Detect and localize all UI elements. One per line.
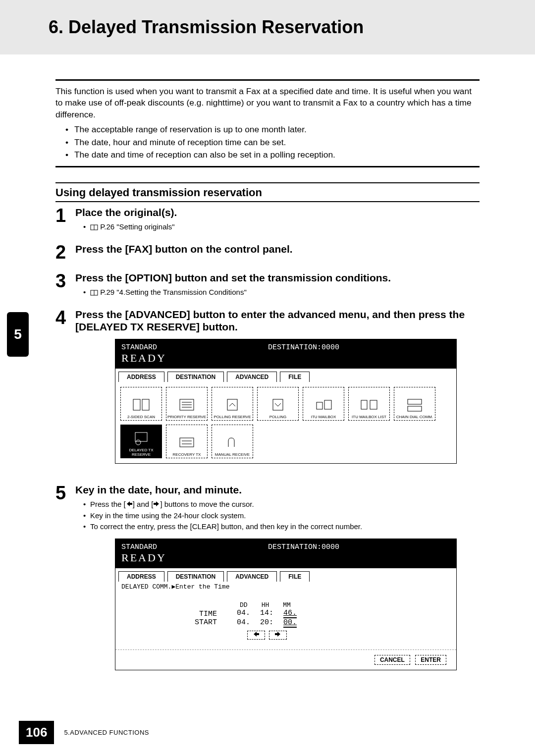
tab-destination[interactable]: DESTINATION [167, 372, 224, 382]
tab-file[interactable]: FILE [280, 372, 310, 382]
svg-rect-5 [142, 399, 149, 410]
opt-label: MANUAL RECEIVE [215, 452, 250, 457]
scr-destination: DESTINATION:0000 [268, 343, 339, 352]
opt-manual-receive[interactable]: MANUAL RECEIVE [212, 425, 253, 458]
step-4: 4 Press the [ADVANCED] button to enter t… [55, 308, 480, 474]
ref-text: P.26 "Setting originals" [100, 222, 174, 231]
note-text: ] buttons to move the cursor. [160, 500, 254, 508]
opt-2sided-scan[interactable]: 2-SIDED SCAN [120, 387, 162, 421]
step-ref: P.26 "Setting originals" [83, 221, 480, 233]
step-title: Press the [ADVANCED] button to enter the… [75, 308, 480, 333]
chain-dial-icon [403, 395, 427, 415]
tab-advanced[interactable]: ADVANCED [227, 571, 277, 582]
step-ref: P.29 "4.Setting the Transmission Conditi… [83, 287, 480, 298]
svg-rect-12 [317, 402, 322, 409]
step-title: Press the [OPTION] button and set the tr… [75, 271, 480, 284]
cancel-button[interactable]: CANCEL [374, 655, 410, 665]
enter-button[interactable]: ENTER [415, 655, 446, 665]
svg-rect-13 [324, 400, 331, 409]
book-icon [90, 287, 98, 298]
tab-file[interactable]: FILE [280, 571, 310, 582]
intro-bullet: The date, hour and minute of reception t… [65, 136, 480, 149]
intro-bullet: The acceptable range of reservation is u… [65, 123, 480, 136]
fax-screen-advanced: STANDARD DESTINATION:0000 READY ADDRESS … [115, 339, 457, 464]
step-number: 4 [55, 308, 75, 474]
time-hh: 14: [260, 609, 273, 618]
intro-text: This function is used when you want to t… [55, 86, 480, 120]
col-hh: HH [262, 601, 269, 609]
mailbox-list-icon [357, 395, 381, 415]
step-number: 1 [55, 206, 75, 233]
arrow-left-icon [126, 499, 133, 505]
start-mm: 00. [283, 618, 297, 628]
intro-block: This function is used when you want to t… [55, 79, 480, 167]
step-note: To correct the entry, press the [CLEAR] … [83, 521, 480, 533]
scr-prompt: DELAYED COMM.▶Enter the Time [115, 582, 456, 592]
start-row-label: START [195, 618, 217, 627]
step-note: Press the [] and [] buttons to move the … [83, 499, 480, 510]
opt-label: RECOVERY TX [173, 452, 201, 457]
opt-itu-mailbox[interactable]: ITU MAILBOX [303, 387, 344, 421]
section-title: Using delayed transmission reservation [55, 182, 480, 202]
step-2: 2 Press the [FAX] button on the control … [55, 243, 480, 262]
scr-ready: READY [121, 352, 450, 365]
opt-recovery-tx[interactable]: RECOVERY TX [166, 425, 208, 458]
svg-marker-26 [275, 632, 280, 637]
opt-delayed-tx-reserve[interactable]: DELAYED TX RESERVE [120, 425, 162, 458]
opt-label: POLLING RESERVE [214, 415, 251, 419]
intro-bullet: The date and time of reception can also … [65, 149, 480, 161]
opt-polling-reserve[interactable]: POLLING RESERVE [212, 387, 253, 421]
svg-marker-25 [254, 632, 259, 637]
step-number: 2 [55, 243, 75, 262]
tab-address[interactable]: ADDRESS [118, 571, 164, 582]
opt-label: 2-SIDED SCAN [127, 415, 155, 419]
opt-chain-dial[interactable]: CHAIN DIAL COMM. [394, 387, 435, 421]
time-row-label: TIME [195, 610, 217, 618]
recovery-icon [175, 432, 199, 452]
scr-tabs: ADDRESS DESTINATION ADVANCED FILE [115, 568, 456, 582]
page-title: 6. Delayed Transmission Reservation [49, 17, 535, 38]
start-hh: 20: [260, 618, 273, 628]
step-number: 5 [55, 484, 75, 680]
svg-marker-24 [154, 501, 159, 506]
svg-rect-16 [408, 399, 422, 404]
cursor-left-button[interactable] [247, 631, 265, 640]
delayed-tx-icon [129, 428, 153, 448]
tab-address[interactable]: ADDRESS [118, 372, 164, 382]
cursor-right-button[interactable] [269, 631, 287, 640]
opt-label: ITU MAILBOX LIST [352, 415, 386, 419]
time-dd: 04. [237, 609, 250, 618]
tab-advanced[interactable]: ADVANCED [227, 372, 277, 382]
book-icon [90, 221, 98, 233]
step-number: 3 [55, 271, 75, 298]
tab-destination[interactable]: DESTINATION [167, 571, 224, 582]
svg-rect-17 [408, 406, 422, 411]
header-band: 6. Delayed Transmission Reservation [0, 0, 535, 54]
svg-rect-20 [180, 438, 194, 447]
mailbox-icon [312, 395, 335, 415]
note-text: ] and [ [133, 500, 154, 508]
scr-ready: READY [121, 551, 450, 564]
svg-point-19 [136, 440, 141, 445]
opt-itu-mailbox-list[interactable]: ITU MAILBOX LIST [348, 387, 390, 421]
page-number: 106 [19, 721, 54, 744]
opt-label: CHAIN DIAL COMM. [396, 415, 433, 419]
ref-text: P.29 "4.Setting the Transmission Conditi… [100, 288, 247, 296]
step-note: Key in the time using the 24-hour clock … [83, 510, 480, 522]
col-dd: DD [240, 601, 248, 609]
scr-standard: STANDARD [121, 343, 157, 352]
manual-receive-icon [220, 432, 244, 452]
svg-rect-4 [133, 399, 140, 410]
opt-polling[interactable]: POLLING [257, 387, 299, 421]
step-title: Place the original(s). [75, 206, 480, 218]
step-3: 3 Press the [OPTION] button and set the … [55, 271, 480, 298]
chapter-side-tab: 5 [7, 312, 29, 357]
opt-priority-reserve[interactable]: PRIORITY RESERVE [166, 387, 208, 421]
footer-chapter: 5.ADVANCED FUNCTIONS [64, 729, 149, 736]
fax-screen-time-entry: STANDARD DESTINATION:0000 READY ADDRESS … [115, 539, 457, 670]
svg-rect-14 [361, 400, 367, 409]
col-mm: MM [283, 601, 291, 609]
opt-label: PRIORITY RESERVE [167, 415, 206, 419]
time-mm: 46. [283, 609, 297, 618]
note-text: Press the [ [90, 500, 126, 508]
